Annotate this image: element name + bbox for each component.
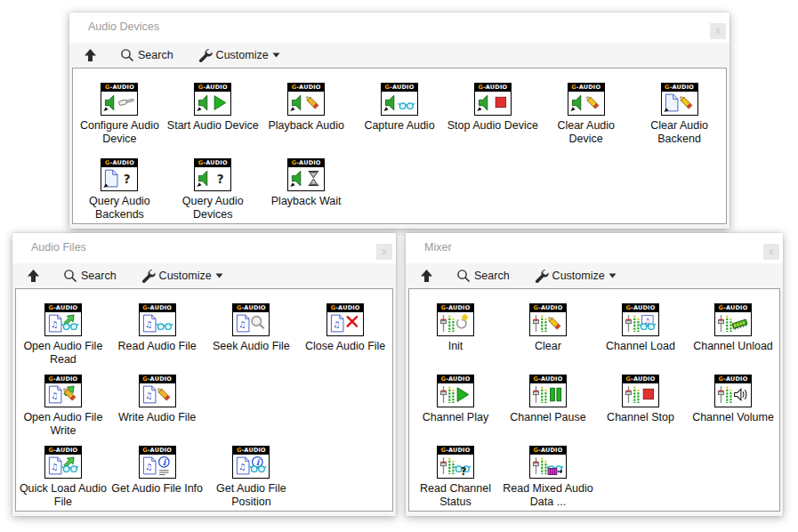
palette-item-label: Channel Unload — [693, 340, 773, 353]
palette-item-read-audio-file[interactable]: G-AUDIO♫Read Audio File — [110, 303, 205, 353]
palette-item-stop-audio-device[interactable]: G-AUDIOStop Audio Device — [446, 83, 539, 133]
palette-item-channel-volume[interactable]: G-AUDIOChannel Volume — [687, 375, 779, 424]
g-audio-icon: G-AUDIO — [714, 375, 752, 407]
g-audio-icon-header: G-AUDIO — [195, 84, 230, 92]
palette-item-query-audio-backends[interactable]: G-AUDIO?Query Audio Backends — [73, 158, 166, 222]
g-audio-icon: G-AUDIO — [474, 83, 512, 116]
palette-item-capture-audio[interactable]: G-AUDIOCapture Audio — [353, 83, 447, 133]
speaker-icon+hourglass-icon — [288, 167, 324, 190]
desktop: Audio Devices x Search Customize G-AUDIO… — [0, 0, 798, 532]
search-button[interactable]: Search — [63, 269, 117, 283]
g-audio-icon-header: G-AUDIO — [327, 304, 363, 312]
mixer-icon+glasses-icon+question-low-icon: ? — [438, 455, 473, 478]
titlebar[interactable]: Audio Files x — [12, 233, 396, 263]
close-button[interactable]: x — [710, 23, 726, 39]
g-audio-icon-header: G-AUDIO — [101, 84, 137, 92]
g-audio-icon-header: G-AUDIO — [438, 447, 473, 455]
palette-row: G-AUDIO♫Quick Load Audio FileG-AUDIO♫iGe… — [16, 446, 392, 512]
palette-item-channel-load[interactable]: G-AUDIO♫Channel Load — [594, 303, 687, 353]
g-audio-icon: G-AUDIO — [714, 303, 752, 336]
mixer-icon+play-icon — [438, 383, 473, 407]
customize-button[interactable]: Customize — [141, 269, 223, 283]
palette-item-clear-audio-backend[interactable]: G-AUDIOClear Audio Backend — [633, 83, 726, 146]
palette-window-audio-devices: Audio Devices x Search Customize G-AUDIO… — [69, 12, 729, 229]
palette-item-label: Start Audio Device — [167, 119, 259, 133]
g-audio-icon: G-AUDIO♫i — [232, 446, 270, 479]
palette-item-clear-audio-device[interactable]: G-AUDIOClear Audio Device — [539, 83, 633, 146]
palette-item-channel-unload[interactable]: G-AUDIOChannel Unload — [687, 303, 779, 353]
search-icon — [63, 269, 77, 283]
palette-item-open-audio-file-write[interactable]: G-AUDIO♫Open Audio File Write — [16, 375, 110, 438]
music-file-icon+glasses-icon: ♫ — [140, 312, 175, 335]
g-audio-icon: G-AUDIO — [287, 158, 325, 191]
svg-text:?: ? — [124, 172, 131, 186]
music-file-icon+info-icon+glasses-icon: ♫i — [233, 455, 269, 478]
palette-item-configure-audio-device[interactable]: G-AUDIOConfigure Audio Device — [73, 83, 166, 146]
palette-window-mixer: Mixer x Search Customize G-AUDIOInitG-AU… — [406, 233, 783, 516]
palette-item-label: Channel Pause — [510, 411, 585, 424]
palette-row: G-AUDIO?Read Channel StatusG-AUDIORead M… — [409, 446, 779, 512]
palette-item-label: Open Audio File Read — [17, 340, 109, 367]
search-label: Search — [81, 270, 117, 282]
palette-item-clear[interactable]: G-AUDIOClear — [502, 303, 594, 353]
palette-item-open-audio-file-read[interactable]: G-AUDIO♫Open Audio File Read — [16, 303, 110, 367]
g-audio-icon-header: G-AUDIO — [45, 375, 81, 383]
palette-item-write-audio-file[interactable]: G-AUDIO♫Write Audio File — [110, 375, 205, 424]
palette-item-channel-stop[interactable]: G-AUDIOChannel Stop — [594, 375, 687, 424]
wrench-icon — [535, 269, 549, 283]
g-audio-icon: G-AUDIO♫ — [44, 446, 82, 479]
close-button[interactable]: x — [763, 244, 779, 260]
music-file-icon+info-icon+info-lines-icon: ♫i — [140, 455, 175, 478]
palette-item-get-audio-file-info[interactable]: G-AUDIO♫iGet Audio File Info — [110, 446, 205, 496]
g-audio-icon: G-AUDIO? — [194, 158, 231, 191]
palette-item-init[interactable]: G-AUDIOInit — [409, 303, 502, 353]
palette-item-close-audio-file[interactable]: G-AUDIO♫Close Audio File — [298, 303, 392, 353]
customize-button[interactable]: Customize — [535, 269, 617, 283]
chevron-down-icon — [609, 273, 617, 278]
palette-item-start-audio-device[interactable]: G-AUDIOStart Audio Device — [166, 83, 260, 133]
palette-item-label: Playback Wait — [271, 195, 342, 208]
customize-button[interactable]: Customize — [198, 48, 280, 62]
palette-item-seek-audio-file[interactable]: G-AUDIO♫Seek Audio File — [205, 303, 299, 353]
svg-text:♫: ♫ — [145, 391, 152, 400]
g-audio-icon: G-AUDIO♫ — [622, 303, 659, 336]
search-button[interactable]: Search — [456, 269, 510, 283]
palette-item-label: Clear Audio Device — [540, 119, 633, 146]
palette-item-read-mixed-audio-data[interactable]: G-AUDIORead Mixed Audio Data ... — [502, 446, 594, 509]
up-arrow-button[interactable] — [27, 269, 40, 283]
g-audio-icon-header: G-AUDIO — [140, 304, 175, 312]
svg-text:♫: ♫ — [51, 462, 58, 472]
palette-item-label: Read Audio File — [117, 340, 196, 353]
g-audio-icon-header: G-AUDIO — [715, 375, 751, 383]
titlebar[interactable]: Mixer x — [406, 233, 783, 263]
window-title: Audio Devices — [88, 20, 159, 33]
wrench-icon — [141, 269, 156, 283]
palette-item-label: Write Audio File — [118, 411, 196, 424]
palette-item-label: Channel Stop — [607, 411, 674, 424]
palette-item-get-audio-file-position[interactable]: G-AUDIO♫iGet Audio File Position — [205, 446, 299, 509]
speaker-icon+screwdriver-icon — [101, 92, 137, 115]
up-arrow-button[interactable] — [420, 269, 433, 283]
chevron-down-icon — [272, 52, 280, 58]
palette-row: G-AUDIOChannel PlayG-AUDIOChannel PauseG… — [409, 375, 779, 446]
titlebar[interactable]: Audio Devices x — [69, 12, 729, 43]
svg-text:?: ? — [461, 465, 467, 477]
palette-item-channel-pause[interactable]: G-AUDIOChannel Pause — [502, 375, 594, 424]
g-audio-icon-header: G-AUDIO — [233, 447, 269, 455]
search-button[interactable]: Search — [120, 48, 173, 62]
g-audio-icon-header: G-AUDIO — [195, 159, 230, 167]
palette-item-playback-audio[interactable]: G-AUDIOPlayback Audio — [260, 83, 353, 133]
palette-item-quick-load-audio-file[interactable]: G-AUDIO♫Quick Load Audio File — [16, 446, 110, 509]
palette-item-playback-wait[interactable]: G-AUDIOPlayback Wait — [260, 158, 353, 208]
up-arrow-button[interactable] — [84, 48, 97, 62]
palette-item-query-audio-devices[interactable]: G-AUDIO?Query Audio Devices — [166, 158, 260, 222]
toolbar: Search Customize — [69, 43, 729, 68]
g-audio-icon: G-AUDIO? — [101, 158, 138, 191]
g-audio-icon-header: G-AUDIO — [45, 304, 81, 312]
close-button[interactable]: x — [376, 244, 392, 260]
palette-item-label: Clear — [535, 340, 561, 353]
palette-item-read-channel-status[interactable]: G-AUDIO?Read Channel Status — [409, 446, 502, 509]
search-icon — [456, 269, 471, 283]
palette-item-channel-play[interactable]: G-AUDIOChannel Play — [409, 375, 502, 424]
palette-item-label: Clear Audio Backend — [633, 119, 726, 146]
